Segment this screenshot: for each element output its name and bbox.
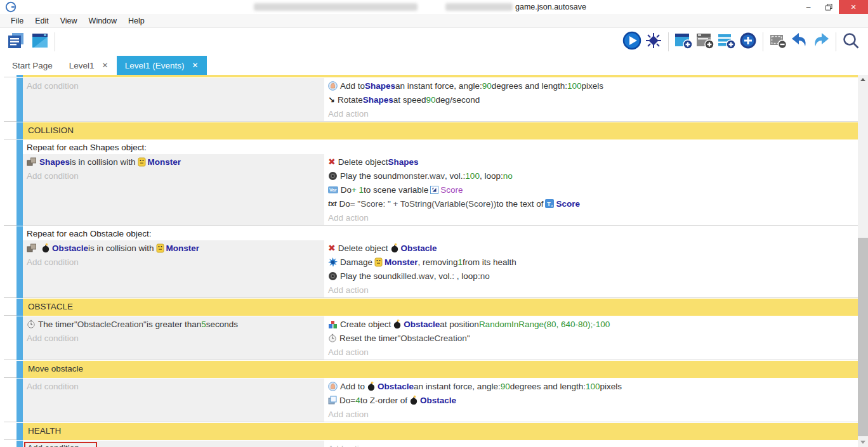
- conditions-column[interactable]: Obstacle is in collision with MonsterAdd…: [23, 240, 324, 297]
- event-handle[interactable]: [16, 423, 23, 440]
- menu-item-help[interactable]: Help: [122, 16, 150, 25]
- action-line[interactable]: ✖Delete object Obstacle: [324, 241, 858, 255]
- event-handle[interactable]: [16, 122, 23, 139]
- comment-row[interactable]: Move obstacle: [16, 361, 858, 378]
- action-line[interactable]: Add action: [324, 283, 858, 297]
- restore-button[interactable]: [819, 0, 839, 14]
- action-line[interactable]: txtDo = "Score: " + ToString(Variable(Sc…: [324, 197, 858, 211]
- text-segment[interactable]: Obstacle: [404, 320, 440, 329]
- condition-line[interactable]: Add condition: [23, 379, 324, 393]
- add-condition-button[interactable]: Add condition: [27, 171, 79, 181]
- add-circle-button[interactable]: [737, 31, 759, 53]
- actions-column[interactable]: Create object Obstacle at position Rando…: [324, 316, 858, 360]
- actions-column[interactable]: ✖Delete object ObstacleDamage Monster, r…: [324, 240, 858, 297]
- add-condition-button[interactable]: Add condition: [27, 334, 79, 343]
- add-condition-button[interactable]: Add condition: [27, 443, 79, 447]
- debug-button[interactable]: [643, 31, 664, 53]
- text-segment[interactable]: Monster: [385, 257, 418, 267]
- actions-column[interactable]: Add to Obstacle an instant force, angle:…: [324, 379, 858, 422]
- action-line[interactable]: Add action: [324, 407, 858, 421]
- tab-start-page[interactable]: Start Page: [4, 56, 61, 75]
- undo-button[interactable]: [789, 31, 810, 53]
- add-condition-button[interactable]: Add condition: [27, 382, 79, 391]
- action-line[interactable]: ✖Delete object Shapes: [324, 155, 858, 169]
- text-segment[interactable]: Shapes: [388, 157, 419, 167]
- event-row[interactable]: Repeat for each Obstacle object:Obstacle…: [16, 226, 858, 298]
- actions-column[interactable]: ✖Delete object ShapesPlay the sound mons…: [324, 154, 858, 225]
- conditions-column[interactable]: Shapes is in collision with MonsterAdd c…: [23, 154, 324, 225]
- action-line[interactable]: VarDo + 1 to scene variable Score: [324, 183, 858, 197]
- event-handle[interactable]: [16, 316, 23, 360]
- event-header[interactable]: Repeat for each Shapes object:: [23, 140, 858, 154]
- event-row[interactable]: Repeat for each Shapes object:Shapes is …: [16, 140, 858, 226]
- add-action-button[interactable]: Add action: [328, 347, 369, 357]
- add-comment-button[interactable]: [716, 31, 737, 53]
- action-line[interactable]: ↘Rotate Shapes at speed 90deg/second: [324, 93, 858, 107]
- condition-line[interactable]: Add condition: [23, 255, 324, 269]
- comment-label[interactable]: Move obstacle: [23, 361, 858, 378]
- text-segment[interactable]: Monster: [148, 157, 181, 167]
- action-line[interactable]: Add action: [324, 107, 858, 120]
- comment-label[interactable]: HEALTH: [23, 423, 858, 440]
- text-segment[interactable]: Monster: [166, 243, 200, 253]
- add-event-button[interactable]: [673, 31, 694, 53]
- event-handle[interactable]: [16, 140, 23, 226]
- condition-line[interactable]: Shapes is in collision with Monster: [23, 155, 324, 169]
- tab-close-icon[interactable]: ✕: [102, 61, 109, 70]
- condition-line[interactable]: The timer "ObstacleCreation" is greater …: [23, 317, 324, 331]
- event-handle[interactable]: [16, 379, 23, 422]
- conditions-column[interactable]: Add condition: [23, 441, 324, 447]
- comment-label[interactable]: OBSTACLE: [23, 299, 858, 316]
- condition-line[interactable]: Add condition: [23, 331, 324, 345]
- condition-line[interactable]: Add condition: [23, 169, 324, 183]
- comment-row[interactable]: [16, 75, 858, 77]
- add-action-button[interactable]: Add action: [328, 444, 369, 447]
- add-condition-button[interactable]: Add condition: [27, 81, 79, 91]
- event-row[interactable]: Add conditionAdd to Shapes an instant fo…: [16, 78, 858, 122]
- add-action-button[interactable]: Add action: [328, 285, 369, 295]
- action-line[interactable]: Reset the timer "ObstacleCreation": [324, 331, 858, 345]
- add-action-button[interactable]: Add action: [328, 410, 369, 419]
- text-segment[interactable]: Obstacle: [378, 382, 414, 391]
- menu-item-file[interactable]: File: [5, 16, 29, 25]
- delete-event-button[interactable]: [767, 31, 789, 53]
- scene-editor-button[interactable]: [29, 31, 51, 53]
- conditions-column[interactable]: Add condition: [23, 78, 324, 121]
- text-segment[interactable]: Score: [556, 199, 580, 209]
- comment-row[interactable]: OBSTACLE: [16, 299, 858, 316]
- action-line[interactable]: Create object Obstacle at position Rando…: [324, 317, 858, 331]
- tab-level1-events[interactable]: Level1 (Events)✕: [117, 56, 207, 75]
- conditions-column[interactable]: The timer "ObstacleCreation" is greater …: [23, 316, 324, 360]
- event-row[interactable]: Add conditionAdd to Obstacle an instant …: [16, 379, 858, 422]
- action-line[interactable]: Play the sound monster.wav, vol.: 100, l…: [324, 169, 858, 183]
- event-handle[interactable]: [16, 226, 23, 298]
- menu-item-view[interactable]: View: [55, 16, 83, 25]
- text-segment[interactable]: Obstacle: [52, 243, 88, 253]
- event-handle[interactable]: [16, 361, 23, 378]
- conditions-column[interactable]: Add condition: [23, 379, 324, 422]
- redo-button[interactable]: [810, 31, 832, 53]
- text-segment[interactable]: Shapes: [39, 157, 70, 167]
- close-button[interactable]: ✕: [839, 0, 868, 14]
- action-line[interactable]: Add action: [324, 441, 858, 447]
- add-action-button[interactable]: Add action: [328, 109, 369, 119]
- actions-column[interactable]: Add to Shapes an instant force, angle: 9…: [324, 78, 858, 121]
- condition-line[interactable]: Add condition: [23, 441, 324, 447]
- comment-row[interactable]: COLLISION: [16, 122, 858, 139]
- vertical-scrollbar[interactable]: [858, 75, 868, 447]
- scroll-up-arrow[interactable]: [858, 75, 868, 84]
- action-line[interactable]: Damage Monster, removing 1 from its heal…: [324, 255, 858, 269]
- add-subevent-button[interactable]: [694, 31, 716, 53]
- scrollbar-thumb[interactable]: [858, 238, 868, 436]
- action-line[interactable]: Play the sound killed.wav, vol.: , loop:…: [324, 269, 858, 283]
- add-action-button[interactable]: Add action: [328, 213, 369, 223]
- action-line[interactable]: Do = 4 to Z-order of Obstacle: [324, 393, 858, 407]
- scroll-down-arrow[interactable]: [858, 437, 868, 447]
- event-header[interactable]: Repeat for each Obstacle object:: [23, 226, 858, 240]
- condition-line[interactable]: Obstacle is in collision with Monster: [23, 241, 324, 255]
- actions-column[interactable]: Add action: [324, 441, 858, 447]
- minimize-button[interactable]: –: [798, 0, 819, 14]
- action-line[interactable]: Add to Shapes an instant force, angle: 9…: [324, 79, 858, 93]
- text-segment[interactable]: Shapes: [365, 81, 395, 91]
- play-button[interactable]: [621, 31, 643, 53]
